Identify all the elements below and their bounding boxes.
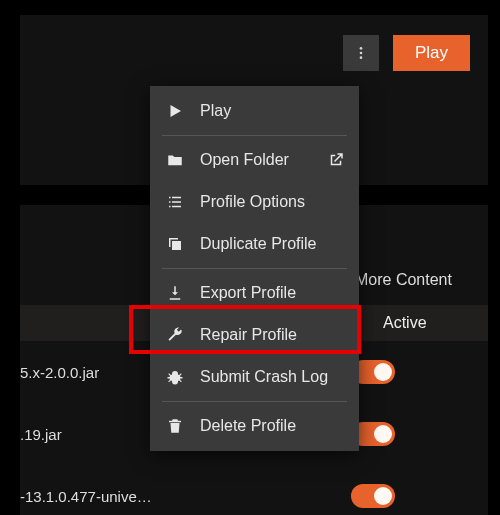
- kebab-icon: [353, 45, 369, 61]
- app-panel: Play More Content Active 5.x-2.0.0.jar .…: [20, 15, 488, 515]
- menu-label: Repair Profile: [200, 326, 297, 344]
- column-header-active: Active: [383, 314, 427, 332]
- svg-point-0: [360, 47, 363, 50]
- folder-icon: [166, 151, 184, 169]
- svg-point-1: [360, 52, 363, 55]
- menu-separator: [162, 401, 347, 402]
- menu-label: Submit Crash Log: [200, 368, 328, 386]
- menu-separator: [162, 268, 347, 269]
- more-menu-button[interactable]: [343, 35, 379, 71]
- active-toggle[interactable]: [351, 484, 395, 508]
- menu-separator: [162, 135, 347, 136]
- duplicate-icon: [166, 235, 184, 253]
- menu-open-folder[interactable]: Open Folder: [150, 139, 359, 181]
- menu-label: Delete Profile: [200, 417, 296, 435]
- wrench-icon: [166, 326, 184, 344]
- play-button[interactable]: Play: [393, 35, 470, 71]
- menu-export-profile[interactable]: Export Profile: [150, 272, 359, 314]
- trash-icon: [166, 417, 184, 435]
- external-link-icon: [327, 151, 345, 169]
- topbar: Play: [343, 35, 470, 71]
- menu-duplicate-profile[interactable]: Duplicate Profile: [150, 223, 359, 265]
- menu-label: Profile Options: [200, 193, 305, 211]
- play-icon: [166, 102, 184, 120]
- tab-more-content[interactable]: More Content: [355, 271, 452, 289]
- list-item-label: 5.x-2.0.0.jar: [20, 364, 99, 381]
- menu-submit-crash[interactable]: Submit Crash Log: [150, 356, 359, 398]
- menu-play[interactable]: Play: [150, 90, 359, 132]
- svg-point-2: [360, 56, 363, 59]
- menu-label: Duplicate Profile: [200, 235, 317, 253]
- list-item-label: -13.1.0.477-unive…: [20, 488, 152, 505]
- menu-profile-options[interactable]: Profile Options: [150, 181, 359, 223]
- list-item-label: .19.jar: [20, 426, 62, 443]
- menu-label: Play: [200, 102, 231, 120]
- bug-icon: [166, 368, 184, 386]
- list-icon: [166, 193, 184, 211]
- menu-delete-profile[interactable]: Delete Profile: [150, 405, 359, 447]
- menu-repair-profile[interactable]: Repair Profile: [150, 314, 359, 356]
- export-icon: [166, 284, 184, 302]
- menu-label: Open Folder: [200, 151, 289, 169]
- context-menu: Play Open Folder Profile Options Duplica…: [150, 86, 359, 451]
- menu-label: Export Profile: [200, 284, 296, 302]
- list-item: -13.1.0.477-unive…: [20, 465, 488, 515]
